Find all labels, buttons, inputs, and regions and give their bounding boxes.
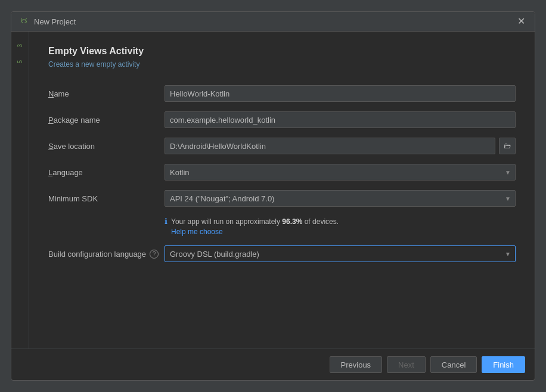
build-config-select[interactable]: Groovy DSL (build.gradle) Kotlin DSL (bu… xyxy=(165,245,516,262)
finish-button[interactable]: Finish xyxy=(482,356,525,373)
name-row: Name xyxy=(48,85,516,102)
language-row: Language Kotlin Java ▼ xyxy=(48,164,516,181)
min-sdk-label-text: Minimum SDK xyxy=(48,194,98,203)
min-sdk-select[interactable]: API 24 ("Nougat"; Android 7.0) API 21 (A… xyxy=(165,190,516,207)
svg-line-2 xyxy=(21,18,23,20)
language-label-text: Language xyxy=(48,168,83,177)
svg-point-0 xyxy=(22,22,23,23)
info-text-block: Your app will run on approximately 96.3%… xyxy=(171,216,339,236)
section-title: Empty Views Activity xyxy=(48,46,516,57)
info-row: ℹ Your app will run on approximately 96.… xyxy=(165,216,516,236)
android-icon xyxy=(18,16,29,27)
dialog-body: 3 5 Empty Views Activity Creates a new e… xyxy=(11,32,535,349)
save-location-field-group: 🗁 xyxy=(165,138,516,154)
folder-browse-button[interactable]: 🗁 xyxy=(499,138,516,154)
save-location-label: Save location xyxy=(48,142,165,151)
sidebar-label-2: 5 xyxy=(17,60,23,64)
min-sdk-label: Minimum SDK xyxy=(48,194,165,203)
title-bar: New Project ✕ xyxy=(11,12,535,32)
sidebar-label: 3 xyxy=(17,43,23,48)
build-config-row: Build configuration language ? Groovy DS… xyxy=(48,245,516,262)
package-label: Package name xyxy=(48,116,165,125)
language-label: Language xyxy=(48,168,165,177)
previous-button[interactable]: Previous xyxy=(330,356,383,373)
build-config-label-group: Build configuration language ? xyxy=(48,250,165,259)
info-text: Your app will run on approximately 96.3%… xyxy=(171,216,339,227)
main-content: Empty Views Activity Creates a new empty… xyxy=(29,32,535,349)
language-select[interactable]: Kotlin Java xyxy=(165,164,516,181)
language-select-wrap: Kotlin Java ▼ xyxy=(165,164,516,181)
min-sdk-select-wrap: API 24 ("Nougat"; Android 7.0) API 21 (A… xyxy=(165,190,516,207)
dialog-title: New Project xyxy=(34,17,76,26)
sidebar: 3 5 xyxy=(11,32,29,349)
svg-point-1 xyxy=(25,22,26,23)
name-label-text: Name xyxy=(48,89,69,98)
info-prefix: Your app will run on approximately xyxy=(171,217,282,226)
title-bar-left: New Project xyxy=(18,16,76,27)
package-label-text: Package name xyxy=(48,116,100,125)
new-project-dialog: New Project ✕ 3 5 Empty Views Activity C… xyxy=(11,11,535,381)
dialog-footer: Previous Next Cancel Finish xyxy=(11,349,535,380)
folder-icon: 🗁 xyxy=(504,142,511,150)
section-subtitle: Creates a new empty activity xyxy=(48,60,516,69)
svg-line-3 xyxy=(26,18,27,20)
cancel-button[interactable]: Cancel xyxy=(430,356,477,373)
build-config-help-button[interactable]: ? xyxy=(150,250,159,259)
info-percentage: 96.3% xyxy=(282,217,302,226)
build-config-select-wrap: Groovy DSL (build.gradle) Kotlin DSL (bu… xyxy=(165,245,516,262)
package-row: Package name xyxy=(48,111,516,128)
name-input[interactable] xyxy=(165,85,516,102)
next-button: Next xyxy=(387,356,426,373)
min-sdk-row: Minimum SDK API 24 ("Nougat"; Android 7.… xyxy=(48,190,516,207)
build-config-label-text: Build configuration language xyxy=(48,250,146,259)
save-location-input[interactable] xyxy=(165,138,495,154)
package-input[interactable] xyxy=(165,111,516,128)
help-me-choose-link[interactable]: Help me choose xyxy=(171,228,223,236)
save-location-row: Save location 🗁 xyxy=(48,138,516,154)
close-button[interactable]: ✕ xyxy=(515,15,528,27)
info-suffix: of devices. xyxy=(302,217,339,226)
name-label: Name xyxy=(48,89,165,98)
save-location-label-text: Save location xyxy=(48,142,95,151)
info-icon: ℹ xyxy=(165,217,167,226)
